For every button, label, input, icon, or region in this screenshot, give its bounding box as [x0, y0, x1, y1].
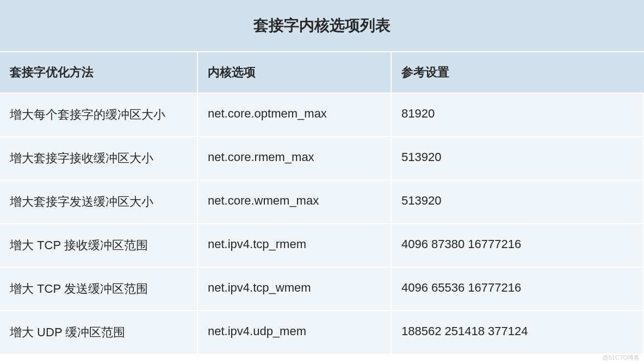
table-row: 增大 TCP 接收缓冲区范围 net.ipv4.tcp_rmem 4096 87… [0, 224, 644, 268]
cell-method: 增大 TCP 发送缓冲区范围 [0, 268, 198, 310]
cell-method: 增大套接字接收缓冲区大小 [0, 137, 198, 180]
table-row: 增大每个套接字的缓冲区大小 net.core.optmem_max 81920 [0, 94, 644, 137]
table-header-row: 套接字优化方法 内核选项 参考设置 [0, 52, 644, 94]
table-row: 增大套接字接收缓冲区大小 net.core.rmem_max 513920 [0, 137, 644, 181]
cell-option: net.ipv4.tcp_wmem [198, 268, 392, 310]
cell-value: 513920 [392, 137, 644, 180]
socket-options-table: 套接字内核选项列表 套接字优化方法 内核选项 参考设置 增大每个套接字的缓冲区大… [0, 0, 644, 355]
header-option: 内核选项 [198, 52, 392, 92]
cell-method: 增大 TCP 接收缓冲区范围 [0, 224, 198, 267]
cell-option: net.core.rmem_max [198, 137, 392, 180]
cell-option: net.core.optmem_max [198, 94, 392, 136]
cell-option: net.ipv4.udp_mem [198, 311, 392, 354]
cell-option: net.core.wmem_max [198, 181, 392, 223]
cell-value: 4096 65536 16777216 [392, 268, 644, 310]
table-row: 增大套接字发送缓冲区大小 net.core.wmem_max 513920 [0, 181, 644, 224]
table-row: 增大 UDP 缓冲区范围 net.ipv4.udp_mem 188562 251… [0, 311, 644, 355]
header-value: 参考设置 [392, 52, 644, 92]
watermark-text: @51CTO博客 [603, 354, 640, 362]
cell-option: net.ipv4.tcp_rmem [198, 224, 392, 267]
cell-method: 增大套接字发送缓冲区大小 [0, 181, 198, 223]
table-row: 增大 TCP 发送缓冲区范围 net.ipv4.tcp_wmem 4096 65… [0, 268, 644, 311]
cell-value: 513920 [392, 181, 644, 223]
header-method: 套接字优化方法 [0, 52, 198, 92]
cell-value: 188562 251418 377124 [392, 311, 644, 354]
cell-method: 增大每个套接字的缓冲区大小 [0, 94, 198, 136]
cell-value: 4096 87380 16777216 [392, 224, 644, 267]
table-title: 套接字内核选项列表 [0, 0, 644, 52]
cell-method: 增大 UDP 缓冲区范围 [0, 311, 198, 354]
cell-value: 81920 [392, 94, 644, 136]
